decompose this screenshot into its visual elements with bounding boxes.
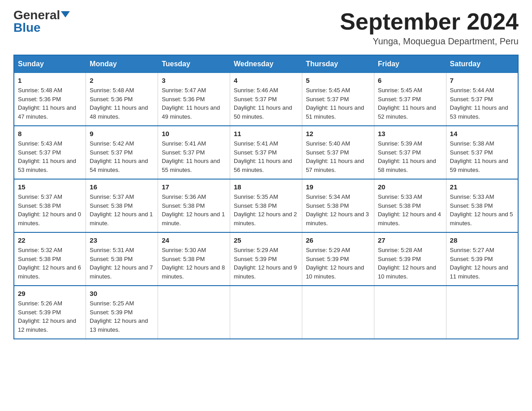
day-info: Sunrise: 5:33 AM Sunset: 5:38 PM Dayligh… <box>450 193 514 227</box>
table-row <box>230 286 302 339</box>
calendar-week-3: 15 Sunrise: 5:37 AM Sunset: 5:38 PM Dayl… <box>14 179 518 232</box>
day-info: Sunrise: 5:41 AM Sunset: 5:37 PM Dayligh… <box>162 139 226 174</box>
day-info: Sunrise: 5:31 AM Sunset: 5:38 PM Dayligh… <box>90 246 154 281</box>
day-info: Sunrise: 5:45 AM Sunset: 5:37 PM Dayligh… <box>306 86 370 121</box>
day-number: 21 <box>450 183 514 191</box>
col-header-tuesday: Tuesday <box>158 55 230 73</box>
day-number: 3 <box>162 77 226 84</box>
table-row: 12 Sunrise: 5:40 AM Sunset: 5:37 PM Dayl… <box>302 126 374 179</box>
table-row: 24 Sunrise: 5:30 AM Sunset: 5:38 PM Dayl… <box>158 232 230 286</box>
table-row <box>302 286 374 339</box>
day-info: Sunrise: 5:27 AM Sunset: 5:39 PM Dayligh… <box>450 246 514 281</box>
day-info: Sunrise: 5:48 AM Sunset: 5:36 PM Dayligh… <box>18 86 82 121</box>
table-row: 3 Sunrise: 5:47 AM Sunset: 5:36 PM Dayli… <box>158 73 230 126</box>
day-info: Sunrise: 5:38 AM Sunset: 5:37 PM Dayligh… <box>450 139 514 174</box>
day-info: Sunrise: 5:43 AM Sunset: 5:37 PM Dayligh… <box>18 139 82 174</box>
logo-blue-text: Blue <box>13 21 41 34</box>
day-number: 18 <box>234 183 298 191</box>
day-number: 25 <box>234 236 298 244</box>
day-number: 13 <box>378 130 442 137</box>
day-info: Sunrise: 5:34 AM Sunset: 5:38 PM Dayligh… <box>306 193 370 227</box>
table-row: 26 Sunrise: 5:29 AM Sunset: 5:39 PM Dayl… <box>302 232 374 286</box>
day-number: 24 <box>162 236 226 244</box>
logo: General Blue <box>13 9 70 34</box>
day-number: 28 <box>450 236 514 244</box>
day-info: Sunrise: 5:44 AM Sunset: 5:37 PM Dayligh… <box>450 86 514 121</box>
table-row: 18 Sunrise: 5:35 AM Sunset: 5:38 PM Dayl… <box>230 179 302 232</box>
day-number: 20 <box>378 183 442 191</box>
day-info: Sunrise: 5:41 AM Sunset: 5:37 PM Dayligh… <box>234 139 298 174</box>
table-row: 10 Sunrise: 5:41 AM Sunset: 5:37 PM Dayl… <box>158 126 230 179</box>
day-info: Sunrise: 5:37 AM Sunset: 5:38 PM Dayligh… <box>90 193 154 227</box>
day-info: Sunrise: 5:32 AM Sunset: 5:38 PM Dayligh… <box>18 246 82 281</box>
table-row: 5 Sunrise: 5:45 AM Sunset: 5:37 PM Dayli… <box>302 73 374 126</box>
table-row <box>158 286 230 339</box>
table-row: 15 Sunrise: 5:37 AM Sunset: 5:38 PM Dayl… <box>14 179 86 232</box>
day-number: 1 <box>18 77 82 84</box>
col-header-sunday: Sunday <box>14 55 86 73</box>
day-number: 4 <box>234 77 298 84</box>
calendar-header-row: Sunday Monday Tuesday Wednesday Thursday… <box>14 55 518 73</box>
day-number: 16 <box>90 183 154 191</box>
day-number: 6 <box>378 77 442 84</box>
day-info: Sunrise: 5:47 AM Sunset: 5:36 PM Dayligh… <box>162 86 226 121</box>
table-row: 21 Sunrise: 5:33 AM Sunset: 5:38 PM Dayl… <box>446 179 518 232</box>
day-number: 11 <box>234 130 298 137</box>
day-number: 17 <box>162 183 226 191</box>
table-row: 28 Sunrise: 5:27 AM Sunset: 5:39 PM Dayl… <box>446 232 518 286</box>
table-row: 13 Sunrise: 5:39 AM Sunset: 5:37 PM Dayl… <box>374 126 446 179</box>
table-row: 23 Sunrise: 5:31 AM Sunset: 5:38 PM Dayl… <box>86 232 158 286</box>
calendar-week-2: 8 Sunrise: 5:43 AM Sunset: 5:37 PM Dayli… <box>14 126 518 179</box>
logo-triangle-icon <box>61 11 70 17</box>
table-row: 20 Sunrise: 5:33 AM Sunset: 5:38 PM Dayl… <box>374 179 446 232</box>
day-number: 30 <box>90 290 154 297</box>
table-row: 29 Sunrise: 5:26 AM Sunset: 5:39 PM Dayl… <box>14 286 86 339</box>
table-row: 27 Sunrise: 5:28 AM Sunset: 5:39 PM Dayl… <box>374 232 446 286</box>
day-info: Sunrise: 5:26 AM Sunset: 5:39 PM Dayligh… <box>18 299 82 334</box>
col-header-friday: Friday <box>374 55 446 73</box>
calendar-week-1: 1 Sunrise: 5:48 AM Sunset: 5:36 PM Dayli… <box>14 73 518 126</box>
page-header: General Blue September 2024 Yunga, Moque… <box>13 9 519 47</box>
day-number: 9 <box>90 130 154 137</box>
day-number: 10 <box>162 130 226 137</box>
day-number: 2 <box>90 77 154 84</box>
day-info: Sunrise: 5:42 AM Sunset: 5:37 PM Dayligh… <box>90 139 154 174</box>
day-info: Sunrise: 5:48 AM Sunset: 5:36 PM Dayligh… <box>90 86 154 121</box>
table-row: 30 Sunrise: 5:25 AM Sunset: 5:39 PM Dayl… <box>86 286 158 339</box>
calendar-week-5: 29 Sunrise: 5:26 AM Sunset: 5:39 PM Dayl… <box>14 286 518 339</box>
day-info: Sunrise: 5:33 AM Sunset: 5:38 PM Dayligh… <box>378 193 442 227</box>
table-row: 1 Sunrise: 5:48 AM Sunset: 5:36 PM Dayli… <box>14 73 86 126</box>
table-row: 2 Sunrise: 5:48 AM Sunset: 5:36 PM Dayli… <box>86 73 158 126</box>
day-info: Sunrise: 5:39 AM Sunset: 5:37 PM Dayligh… <box>378 139 442 174</box>
table-row: 9 Sunrise: 5:42 AM Sunset: 5:37 PM Dayli… <box>86 126 158 179</box>
table-row: 6 Sunrise: 5:45 AM Sunset: 5:37 PM Dayli… <box>374 73 446 126</box>
day-info: Sunrise: 5:36 AM Sunset: 5:38 PM Dayligh… <box>162 193 226 227</box>
day-info: Sunrise: 5:40 AM Sunset: 5:37 PM Dayligh… <box>306 139 370 174</box>
table-row: 22 Sunrise: 5:32 AM Sunset: 5:38 PM Dayl… <box>14 232 86 286</box>
calendar-table: Sunday Monday Tuesday Wednesday Thursday… <box>13 55 519 339</box>
day-number: 14 <box>450 130 514 137</box>
day-info: Sunrise: 5:37 AM Sunset: 5:38 PM Dayligh… <box>18 193 82 227</box>
day-info: Sunrise: 5:25 AM Sunset: 5:39 PM Dayligh… <box>90 299 154 334</box>
col-header-saturday: Saturday <box>446 55 518 73</box>
day-number: 7 <box>450 77 514 84</box>
table-row: 17 Sunrise: 5:36 AM Sunset: 5:38 PM Dayl… <box>158 179 230 232</box>
calendar-location: Yunga, Moquegua Department, Peru <box>340 36 519 47</box>
col-header-monday: Monday <box>86 55 158 73</box>
day-number: 5 <box>306 77 370 84</box>
day-number: 15 <box>18 183 82 191</box>
table-row: 16 Sunrise: 5:37 AM Sunset: 5:38 PM Dayl… <box>86 179 158 232</box>
logo-general-text: General <box>13 9 60 21</box>
table-row <box>446 286 518 339</box>
day-number: 23 <box>90 236 154 244</box>
day-info: Sunrise: 5:29 AM Sunset: 5:39 PM Dayligh… <box>234 246 298 281</box>
day-number: 22 <box>18 236 82 244</box>
day-info: Sunrise: 5:35 AM Sunset: 5:38 PM Dayligh… <box>234 193 298 227</box>
day-info: Sunrise: 5:29 AM Sunset: 5:39 PM Dayligh… <box>306 246 370 281</box>
table-row: 14 Sunrise: 5:38 AM Sunset: 5:37 PM Dayl… <box>446 126 518 179</box>
table-row: 25 Sunrise: 5:29 AM Sunset: 5:39 PM Dayl… <box>230 232 302 286</box>
col-header-wednesday: Wednesday <box>230 55 302 73</box>
table-row: 7 Sunrise: 5:44 AM Sunset: 5:37 PM Dayli… <box>446 73 518 126</box>
day-number: 8 <box>18 130 82 137</box>
day-number: 29 <box>18 290 82 297</box>
